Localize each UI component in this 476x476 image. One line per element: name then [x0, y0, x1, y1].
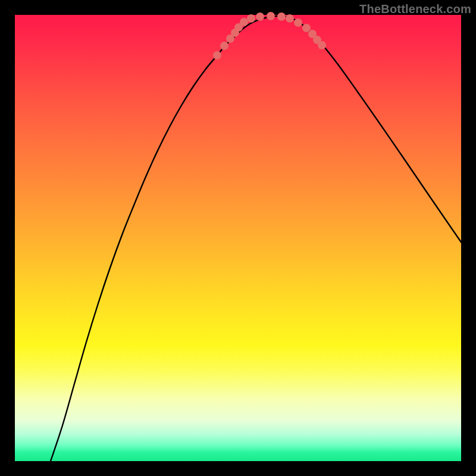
curve-marker — [267, 12, 275, 20]
curve-marker — [318, 41, 326, 49]
curve-marker — [240, 18, 248, 26]
curve-markers-group — [213, 12, 326, 60]
curve-marker — [256, 12, 264, 21]
curve-marker — [294, 18, 302, 27]
curve-marker — [277, 12, 286, 21]
curve-marker — [220, 42, 228, 50]
bottleneck-chart — [15, 15, 461, 461]
curve-marker — [213, 51, 221, 60]
curve-marker — [286, 14, 294, 23]
curve-marker — [302, 24, 311, 32]
curve-marker — [247, 14, 255, 23]
watermark-text: TheBottleneck.com — [359, 2, 471, 16]
bottleneck-curve-line — [51, 16, 461, 461]
